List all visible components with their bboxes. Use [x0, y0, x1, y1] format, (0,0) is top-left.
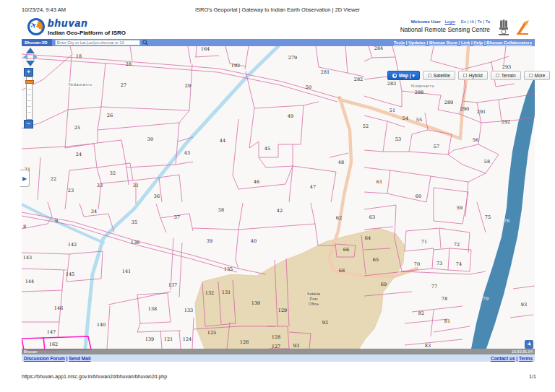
more-layers-button[interactable]: More	[524, 71, 551, 80]
parcel-number: 288	[415, 90, 423, 95]
settlement-area	[195, 228, 405, 349]
parcel-number: 50	[306, 84, 311, 90]
parcel-number: 77	[431, 284, 437, 289]
parcel-number: 53	[395, 136, 401, 142]
bhuvan2d-tab[interactable]: Bhuvan-2D	[22, 39, 52, 46]
login-link[interactable]: Login	[444, 19, 455, 24]
zoom-out-button[interactable]: −	[24, 120, 33, 129]
statusbar-brand: Bhuvan	[24, 349, 38, 354]
language-link[interactable]: Te	[478, 19, 482, 24]
poi-label: Office	[309, 302, 319, 306]
parcel-number: 63	[369, 214, 375, 220]
checkbox-icon	[463, 74, 467, 77]
map-layer-button[interactable]: Map | ▾	[387, 71, 420, 80]
parcel-number: 139	[145, 336, 154, 342]
parcel-number: 289	[444, 100, 453, 105]
parcel-number: 282	[354, 77, 363, 82]
parcel-number: 61	[377, 179, 382, 185]
parcel-number: 24	[76, 152, 82, 157]
pan-control[interactable]	[23, 48, 38, 66]
parcel-number: 27	[121, 82, 126, 88]
parcel-number: 71	[421, 239, 427, 245]
navbar-link[interactable]: Tools	[394, 40, 405, 45]
parcel-number: 64	[365, 235, 371, 241]
parcel-number: 281	[321, 69, 330, 75]
map-viewport[interactable]: NidamarruNidamarruKokkilaPostOffice18282…	[22, 46, 535, 354]
parcel-number: 68	[339, 268, 345, 274]
parcel-number: 291	[477, 109, 486, 115]
search-input[interactable]	[55, 40, 140, 45]
language-links: En | Hi | Te | Ta	[461, 19, 490, 24]
parcel-number: 279	[288, 55, 297, 61]
parcel-number: 47	[310, 184, 316, 190]
parcel-number: 18	[76, 53, 82, 59]
checkbox-icon	[529, 74, 533, 77]
parcel-number: 192	[231, 63, 240, 69]
language-link[interactable]: Ta	[486, 19, 490, 24]
parcel-number: 28	[126, 61, 132, 67]
parcel-number: 33	[97, 183, 103, 188]
parcel-number: 40	[251, 238, 257, 244]
parcel-boundaries	[22, 202, 193, 349]
map-statusbar: Bhuvan 16.83,81.04	[22, 349, 535, 354]
language-link[interactable]: Hi	[470, 19, 474, 24]
print-page-number: 1/1	[529, 374, 536, 379]
map-canvas[interactable]: NidamarruNidamarruKokkilaPostOffice18282…	[22, 46, 535, 354]
parcel-number: 55	[416, 117, 422, 123]
sidebar-expand-button[interactable]: ▶	[20, 170, 30, 187]
header-tagline: Indian Geo-Platform of ISRO	[48, 30, 126, 36]
satellite-layer-button[interactable]: Satellite	[423, 71, 455, 80]
parcel-number: 79	[483, 296, 489, 302]
parcel-number: 138	[148, 306, 157, 312]
org-name: National Remote Sensing Centre	[400, 26, 490, 33]
zoom-track[interactable]	[26, 77, 33, 120]
parcel-number: 59	[457, 205, 462, 211]
welcome-user-label: Welcome User	[411, 19, 441, 24]
previous-extent-button[interactable]: ➤	[525, 340, 533, 349]
parcel-number: 292	[502, 119, 510, 125]
parcel-number: 128	[272, 334, 280, 340]
parcel-number: 57	[434, 144, 439, 149]
parcel-number: 66	[343, 247, 349, 253]
parcel-number: 284	[374, 46, 383, 51]
parcel-number: 35	[132, 219, 137, 225]
chevron-right-icon: ▶	[22, 175, 27, 182]
parcel-number: 56	[473, 137, 478, 143]
terrain-layer-button[interactable]: Terrain	[491, 71, 521, 80]
header-right: Welcome User Login En | Hi | Te | Ta Nat…	[400, 19, 490, 33]
parcel-number: 69	[381, 282, 387, 287]
parcel-number: 60	[416, 193, 421, 199]
more-layers-label: More	[535, 73, 546, 78]
village-label: Nidamarru	[411, 84, 435, 88]
print-url: https://bhuvan-app1.nrsc.gov.in/bhuvan2d…	[22, 374, 167, 379]
footer-link[interactable]: Discussion Forum	[24, 356, 65, 361]
parcel-number: 76	[504, 218, 509, 224]
parcel-number: 144	[25, 279, 34, 284]
zoom-handle[interactable]	[25, 80, 34, 84]
parcel-number: 49	[288, 113, 293, 119]
parcel-number: 43	[184, 150, 190, 156]
navbar-link[interactable]: Bhuvan Collaborators	[486, 40, 532, 45]
parcel-number: 25	[74, 125, 80, 131]
parcel-number: 58	[484, 159, 490, 165]
parcel-number: 36	[154, 193, 160, 199]
parcel-number: 52	[363, 123, 369, 129]
footer-link[interactable]: Terms	[519, 356, 533, 361]
hybrid-layer-button[interactable]: Hybrid	[458, 71, 488, 80]
parcel-number: 141	[122, 269, 131, 274]
navbar-link[interactable]: Help	[473, 40, 483, 45]
parcel-number: 30	[147, 136, 153, 142]
navbar-link[interactable]: Bhuvan Store	[429, 40, 457, 45]
navbar-link[interactable]: Link	[461, 40, 470, 45]
parcel-number: 92	[322, 320, 328, 326]
language-link[interactable]: En	[461, 19, 466, 24]
search-icon[interactable]	[142, 40, 148, 45]
india-emblem-icon	[497, 19, 510, 36]
parcel-number: 70	[414, 261, 420, 267]
navbar-link[interactable]: Updates	[408, 40, 426, 45]
footer-link[interactable]: Send Mail	[69, 356, 90, 361]
parcel-number: 74	[456, 261, 462, 267]
parcel-number: 124	[183, 336, 192, 342]
footer-link[interactable]: Contact us	[491, 356, 515, 361]
zoom-in-button[interactable]: +	[24, 68, 33, 77]
